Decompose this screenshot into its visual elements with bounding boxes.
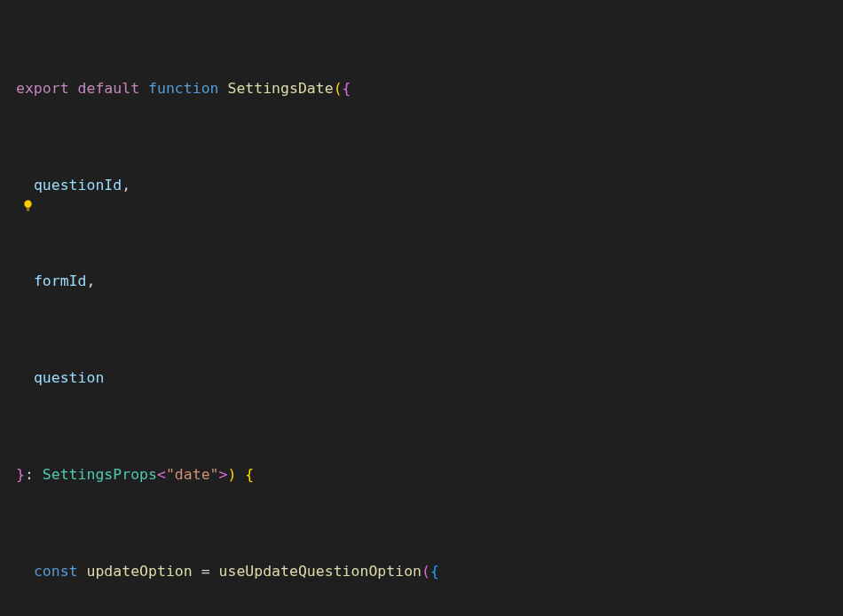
code-area[interactable]: export default function SettingsDate({ q…	[16, 4, 843, 616]
type-name: SettingsProps	[43, 466, 157, 483]
code-line[interactable]: formId,	[16, 269, 843, 293]
param: formId	[34, 272, 87, 289]
function-call: useUpdateQuestionOption	[219, 563, 422, 580]
lightbulb-icon[interactable]	[21, 199, 35, 212]
keyword-export: export	[16, 80, 69, 97]
code-line[interactable]: export default function SettingsDate({	[16, 76, 843, 100]
keyword-default: default	[78, 80, 140, 97]
code-line[interactable]: question	[16, 366, 843, 390]
svg-rect-1	[27, 210, 29, 211]
code-line[interactable]: }: SettingsProps<"date">) {	[16, 462, 843, 486]
param: question	[34, 369, 104, 386]
function-name: SettingsDate	[227, 80, 333, 97]
code-editor[interactable]: export default function SettingsDate({ q…	[0, 0, 843, 616]
keyword-function: function	[148, 80, 218, 97]
param: questionId	[34, 177, 122, 193]
var-name: updateOption	[86, 563, 192, 580]
code-line[interactable]: const updateOption = useUpdateQuestionOp…	[16, 559, 843, 583]
svg-rect-0	[27, 209, 30, 209]
code-line[interactable]: questionId,	[16, 173, 843, 197]
